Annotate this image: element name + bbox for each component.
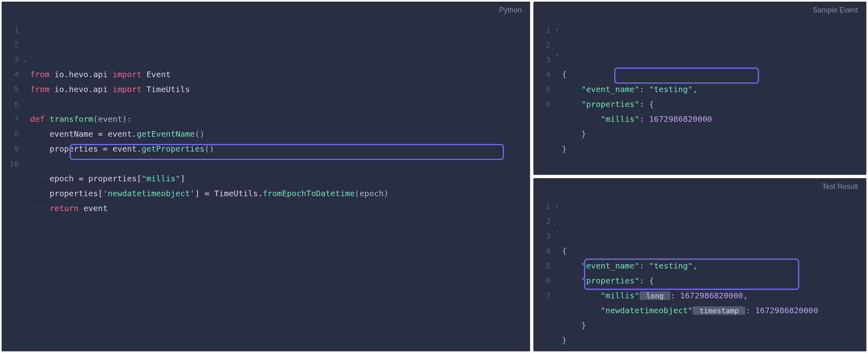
token-punct: : { [640,99,654,109]
code-line[interactable]: "properties": { [562,273,866,288]
test-result-panel: Test Result 1234567 ▾▾ { "event_name": "… [533,178,866,351]
token-kw: import [113,70,142,79]
code-line[interactable]: from·io.hevo.api·import·Event [30,67,530,82]
token-ws: · [49,84,54,94]
token-num: 1672986820000 [649,114,712,124]
line-number: 6 [538,97,551,112]
line-number: 7 [538,288,551,303]
code-line[interactable]: ···· [30,156,530,171]
line-number: 1 [538,23,551,37]
token-ws: · [108,70,113,79]
token-punct: { [562,70,567,79]
panel-title: Test Result [534,179,866,193]
token-punct: : [640,261,649,271]
token-fn: getEventName [137,129,195,139]
line-number-gutter: 12345678910 [6,23,24,351]
code-line[interactable]: "event_name": "testing", [562,82,866,97]
token-ws [562,276,581,285]
token-ws [562,306,601,315]
code-line[interactable]: { [562,67,866,82]
code-line[interactable]: } [562,333,866,348]
token-kw: import [113,84,142,94]
code-line[interactable]: def·transform(event): [30,112,530,127]
token-punct: (epoch) [355,189,389,198]
code-line[interactable]: "millis" long : 1672986820000, [562,288,866,303]
fold-marker[interactable]: ▾ [555,224,562,239]
line-number: 3 [538,229,551,244]
fold-marker[interactable]: ▾ [24,54,30,69]
code-line[interactable] [30,97,530,112]
token-ws [562,320,581,330]
code-lines[interactable]: { "event_name": "testing", "properties":… [562,199,866,351]
code-line[interactable]: ····properties['newdatetimeobject'] = Ti… [30,186,530,201]
token-punct: , [693,261,697,271]
code-line[interactable]: ····properties = event.getProperties() [30,142,530,156]
code-line[interactable]: } [562,318,866,333]
code-lines[interactable]: from·io.hevo.api·import·Eventfrom·io.hev… [30,23,530,351]
code-line[interactable]: ····return·event [30,201,530,216]
fold-marker [24,69,30,79]
fold-gutter[interactable]: ▾ [24,23,30,351]
fold-marker [24,79,30,90]
code-line[interactable]: "event_name": "testing", [562,259,866,273]
token-punct: , [743,291,748,300]
line-number: 9 [6,142,19,156]
sample-code-area[interactable]: 123456 ▾▾ { "event_name": "testing", "pr… [534,17,866,174]
fold-marker[interactable]: ▾ [555,48,562,63]
fold-marker [24,100,30,110]
line-number: 4 [538,67,551,82]
code-line[interactable]: } [562,127,866,142]
token-str: 'newdatetimeobject' [103,189,195,198]
token-punct: : { [640,276,654,285]
result-code-area[interactable]: 1234567 ▾▾ { "event_name": "testing", "p… [534,193,866,351]
token-mod: eventName = event. [49,129,137,139]
code-line[interactable]: } [562,142,866,156]
line-number: 1 [538,199,551,214]
code-line[interactable]: "properties": { [562,97,866,112]
token-ws: ···· [30,129,49,139]
token-kw: from [30,84,49,94]
token-ws [562,261,581,271]
fold-gutter[interactable]: ▾▾ [555,23,562,174]
token-punct: (event): [93,114,132,124]
python-code-area[interactable]: 12345678910 ▾ from·io.hevo.api·import·Ev… [2,17,530,351]
python-editor-panel: Python 12345678910 ▾ from·io.hevo.api·im… [2,2,530,351]
code-line[interactable]: ····eventName = event.getEventName() [30,127,530,142]
token-punct: } [581,129,586,139]
line-number: 5 [6,82,19,97]
token-ws: · [45,114,49,124]
fold-marker [555,73,562,84]
code-line[interactable]: from·io.hevo.api·import·TimeUtils [30,82,530,97]
line-number: 10 [6,156,19,171]
token-punct: { [562,246,567,256]
fold-marker [555,271,562,281]
panel-title: Sample Event [534,2,866,17]
fold-gutter[interactable]: ▾▾ [555,199,562,351]
token-str: "testing" [649,84,693,94]
line-number-gutter: 1234567 [538,199,555,351]
token-prop: "millis" [601,114,639,124]
fold-marker[interactable]: ▾ [555,23,562,37]
fold-marker [24,90,30,100]
app-root: Python 12345678910 ▾ from·io.hevo.api·im… [0,0,868,353]
token-punct: : [745,306,755,315]
line-number: 1 [6,23,19,37]
fold-marker [24,23,30,33]
code-line[interactable]: { [562,244,866,259]
code-line[interactable]: "newdatetimeobject" timestamp : 16729868… [562,303,866,318]
fold-marker [24,121,30,131]
code-line[interactable]: ····epoch = properties["millis"] [30,171,530,186]
fold-marker [555,84,562,94]
right-column: Sample Event 123456 ▾▾ { "event_name": "… [532,0,868,353]
line-number: 5 [538,259,551,273]
line-number: 2 [538,214,551,229]
token-punct: } [562,335,567,345]
code-line[interactable]: "millis": 1672986820000 [562,112,866,127]
token-kw: from [30,70,49,79]
token-num: 1672986820000 [755,306,818,315]
token-ws: · [49,70,54,79]
fold-marker[interactable]: ▾ [555,199,562,214]
line-number-gutter: 123456 [538,23,555,174]
code-lines[interactable]: { "event_name": "testing", "properties":… [562,23,866,174]
token-mod: io.hevo.api [54,84,107,94]
